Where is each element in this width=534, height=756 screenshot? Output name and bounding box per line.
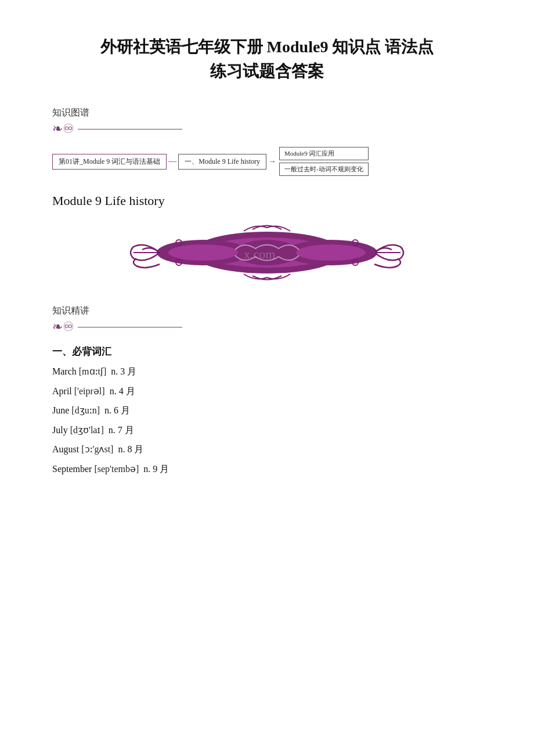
module-title: Module 9 Life history xyxy=(52,193,482,208)
knowledge-map-label: 知识图谱 xyxy=(52,107,482,119)
mindmap-right-box-1: Module9 词汇应用 xyxy=(279,147,369,160)
mindmap-arrow-1: — xyxy=(167,157,178,166)
ornament-container: x.com xyxy=(52,218,482,287)
mindmap: 第01讲_Module 9 词汇与语法基础 — 一、Module 9 Life … xyxy=(52,147,482,176)
vocab-list: March [mɑːtʃ] n. 3 月 April ['eiprəl] n. … xyxy=(52,364,482,477)
deco-underline-1 xyxy=(78,129,182,129)
knowledge-detail-label: 知识精讲 xyxy=(52,305,482,317)
decorative-line-1: ❧♾ xyxy=(52,121,482,136)
svg-text:x.com: x.com xyxy=(244,247,275,261)
decorative-line-2: ❧♾ xyxy=(52,319,482,334)
mindmap-box-2: 一、Module 9 Life history xyxy=(178,154,266,170)
vocab-section-label: 一、必背词汇 xyxy=(52,345,482,358)
vocab-item-4: August [ɔː'gʌst] n. 8 月 xyxy=(52,442,482,457)
knowledge-section: 知识精讲 ❧♾ 一、必背词汇 March [mɑːtʃ] n. 3 月 Apri… xyxy=(52,305,482,477)
vocab-item-2: June [dʒuːn] n. 6 月 xyxy=(52,403,482,418)
svg-point-6 xyxy=(296,244,366,261)
vocab-item-0: March [mɑːtʃ] n. 3 月 xyxy=(52,364,482,379)
deco-icon-2: ❧♾ xyxy=(52,319,74,334)
svg-point-4 xyxy=(168,244,238,261)
vocab-item-3: July [dʒʊ'laɪ] n. 7 月 xyxy=(52,423,482,438)
deco-icon-1: ❧♾ xyxy=(52,121,74,136)
vocab-item-1: April ['eiprəl] n. 4 月 xyxy=(52,384,482,399)
ornament-svg: x.com xyxy=(128,221,406,285)
main-title: 外研社英语七年级下册 Module9 知识点 语法点 练习试题含答案 xyxy=(52,35,482,84)
mindmap-arrow-2: → xyxy=(266,157,278,166)
mindmap-right-box-2: 一般过去时-动词不规则变化 xyxy=(279,163,369,176)
deco-underline-2 xyxy=(78,327,182,327)
mindmap-box-1: 第01讲_Module 9 词汇与语法基础 xyxy=(52,154,167,170)
mindmap-right-col: Module9 词汇应用 一般过去时-动词不规则变化 xyxy=(279,147,369,176)
vocab-item-5: September [sep'tembə] n. 9 月 xyxy=(52,462,482,477)
